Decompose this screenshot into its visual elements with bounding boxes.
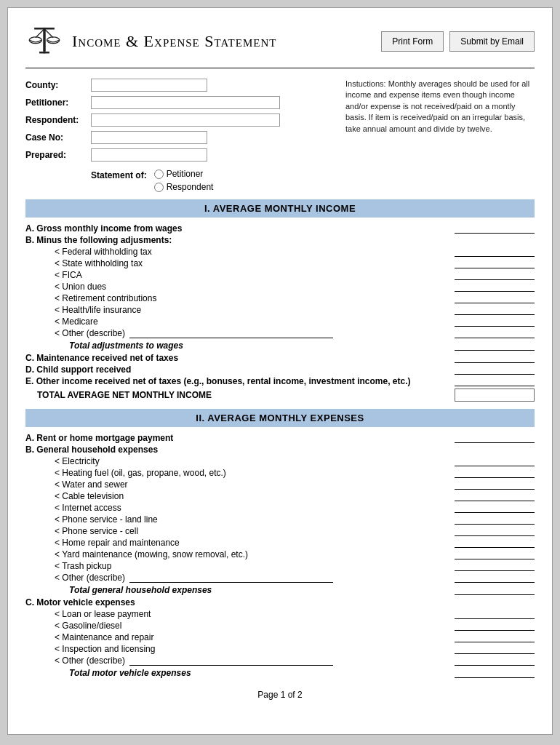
- income-C-line: [455, 353, 535, 363]
- income-E-line: [455, 376, 535, 386]
- motor-maintenance-line: [455, 632, 535, 642]
- header-buttons: Print Form Submit by Email: [381, 31, 535, 52]
- total-motor-line: [455, 668, 535, 678]
- adj-federal-row: < Federal withholding tax: [25, 247, 535, 257]
- motor-other-describe-input[interactable]: [129, 656, 333, 666]
- motor-loan-line: [455, 609, 535, 619]
- gen-heating-line: [455, 468, 535, 478]
- adj-retirement-text: < Retirement contributions: [25, 293, 156, 303]
- income-A-row: A. Gross monthly income from wages: [25, 223, 535, 234]
- income-E-row: E. Other income received net of taxes (e…: [25, 376, 535, 386]
- caseno-row: Case No:: [25, 131, 331, 144]
- adj-medicare-line: [455, 316, 535, 327]
- gen-cable-text: < Cable television: [25, 491, 124, 501]
- svg-line-3: [44, 29, 53, 38]
- adj-medicare-text: < Medicare: [25, 316, 98, 327]
- gen-other-row: < Other (describe): [25, 573, 535, 583]
- scales-icon: [25, 23, 63, 60]
- gen-phone-land-text: < Phone service - land line: [25, 514, 158, 525]
- adj-retirement-line: [455, 293, 535, 303]
- income-B-row: B. Minus the following adjusments:: [25, 235, 535, 245]
- motor-other-text: < Other (describe): [55, 656, 125, 666]
- total-motor-row: Total motor vehicle expenses: [25, 668, 535, 678]
- gen-electricity-text: < Electricity: [25, 456, 100, 466]
- total-motor-label: Total motor vehicle expenses: [25, 668, 191, 678]
- total-general-row: Total general household expenses: [25, 585, 535, 595]
- respondent-input[interactable]: [91, 113, 280, 127]
- total-net-row: TOTAL AVERAGE NET MONTHLY INCOME: [25, 389, 535, 402]
- adj-medicare-row: < Medicare: [25, 316, 535, 327]
- adj-other-describe-input[interactable]: [129, 328, 333, 338]
- header-left: Income & Expense Statement: [25, 23, 276, 60]
- submit-email-button[interactable]: Submit by Email: [449, 31, 535, 52]
- adj-state-text: < State withholding tax: [25, 258, 143, 268]
- svg-rect-0: [43, 28, 45, 52]
- gen-water-line: [455, 479, 535, 490]
- motor-other-line: [455, 656, 535, 666]
- gen-phone-land-line: [455, 514, 535, 525]
- gen-water-row: < Water and sewer: [25, 479, 535, 490]
- total-net-box: [455, 389, 535, 402]
- expense-B-row: B. General household expenses: [25, 445, 535, 455]
- adj-state-row: < State withholding tax: [25, 258, 535, 268]
- caseno-label: Case No:: [25, 132, 91, 143]
- motor-inspection-text: < Inspection and licensing: [25, 644, 155, 654]
- statement-section: Statement of: Petitioner Respondent: [91, 169, 331, 192]
- motor-items-list: < Loan or lease payment < Gasoline/diese…: [25, 609, 535, 666]
- gen-trash-row: < Trash pickup: [25, 561, 535, 571]
- caseno-input[interactable]: [91, 131, 207, 144]
- statement-of-label: Statement of:: [91, 170, 147, 180]
- gen-heating-row: < Heating fuel (oil, gas, propane, wood,…: [25, 468, 535, 478]
- motor-maintenance-row: < Maintenance and repair: [25, 632, 535, 642]
- page-number: Page 1 of 2: [25, 690, 535, 700]
- motor-inspection-row: < Inspection and licensing: [25, 644, 535, 654]
- gen-water-text: < Water and sewer: [25, 479, 128, 490]
- gen-phone-cell-row: < Phone service - cell: [25, 526, 535, 536]
- motor-gas-row: < Gasoline/diesel: [25, 621, 535, 631]
- county-input[interactable]: [91, 79, 207, 92]
- respondent-radio-item[interactable]: Respondent: [154, 182, 214, 192]
- expense-C-row: C. Motor vehicle expenses: [25, 597, 535, 607]
- expense-A-row: A. Rent or home mortgage payment: [25, 433, 535, 443]
- gen-other-left: < Other (describe): [55, 573, 455, 583]
- county-label: County:: [25, 80, 91, 90]
- motor-other-row: < Other (describe): [25, 656, 535, 666]
- adj-union-row: < Union dues: [25, 282, 535, 292]
- gen-phone-cell-line: [455, 526, 535, 536]
- total-adjustments-label: Total adjustments to wages: [25, 340, 183, 351]
- gen-trash-text: < Trash pickup: [25, 561, 111, 571]
- petitioner-radio[interactable]: [154, 170, 164, 179]
- section2-header: II. AVERAGE MONTHLY EXPENSES: [25, 409, 535, 427]
- adj-fica-line: [455, 270, 535, 280]
- gen-cable-line: [455, 491, 535, 501]
- adj-other-text: < Other (describe): [55, 328, 125, 338]
- adjustments-list: < Federal withholding tax < State withho…: [25, 247, 535, 338]
- motor-gas-text: < Gasoline/diesel: [25, 621, 121, 631]
- motor-other-left: < Other (describe): [55, 656, 455, 666]
- adj-retirement-row: < Retirement contributions: [25, 293, 535, 303]
- adj-federal-line: [455, 247, 535, 257]
- gen-other-describe-input[interactable]: [129, 573, 333, 583]
- prepared-row: Prepared:: [25, 148, 331, 162]
- income-D-line: [455, 364, 535, 375]
- petitioner-input[interactable]: [91, 96, 280, 109]
- income-C-label: C. Maintenance received net of taxes: [25, 353, 178, 363]
- county-row: County:: [25, 79, 331, 92]
- motor-loan-text: < Loan or lease payment: [25, 609, 151, 619]
- gen-heating-text: < Heating fuel (oil, gas, propane, wood,…: [25, 468, 226, 478]
- gen-internet-row: < Internet access: [25, 503, 535, 513]
- petitioner-radio-item[interactable]: Petitioner: [154, 169, 214, 179]
- income-D-label: D. Child support received: [25, 364, 131, 375]
- adj-union-text: < Union dues: [25, 282, 106, 292]
- gen-home-repair-text: < Home repair and maintenance: [25, 538, 180, 548]
- petitioner-row: Petitioner:: [25, 96, 331, 109]
- income-A-label: A. Gross monthly income from wages: [25, 223, 182, 234]
- respondent-radio[interactable]: [154, 183, 164, 192]
- prepared-input[interactable]: [91, 148, 207, 162]
- total-net-label: TOTAL AVERAGE NET MONTHLY INCOME: [25, 390, 212, 400]
- page-title: Income & Expense Statement: [72, 32, 276, 51]
- total-general-label: Total general household expenses: [25, 585, 212, 595]
- page-header: Income & Expense Statement Print Form Su…: [25, 23, 535, 68]
- print-form-button[interactable]: Print Form: [381, 31, 444, 52]
- total-general-line: [455, 585, 535, 595]
